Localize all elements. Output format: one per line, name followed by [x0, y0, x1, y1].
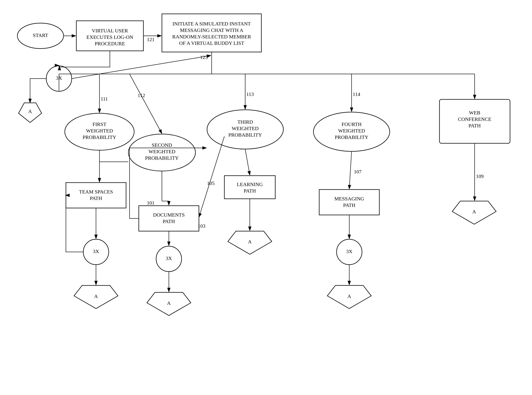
connector-a-docs-label: A: [167, 300, 171, 306]
second-w-l3: PROBABILITY: [145, 155, 179, 161]
im-chat-label3: RANDOMLY-SELECTED MEMBER: [172, 34, 251, 39]
learn-path-l2: PATH: [244, 188, 256, 194]
third-w-l3: PROBABILITY: [228, 132, 262, 138]
third-w-l2: WEIGHTED: [232, 126, 259, 131]
ref-107: 107: [354, 169, 362, 175]
arrow-to-docs-105: [199, 136, 224, 217]
second-w-l2: WEIGHTED: [149, 149, 175, 154]
docs-path-l1: DOCUMENTS: [153, 212, 185, 218]
msg-path-l2: PATH: [343, 202, 356, 208]
web-conf-l3: PATH: [469, 123, 481, 128]
flowchart-diagram: START VIRTUAL USER EXECUTES LOG-ON PROCE…: [0, 0, 532, 395]
arrow-3x-to-a-left: [30, 79, 46, 103]
logon-label2: EXECUTES LOG-ON: [86, 34, 133, 40]
ref-121: 121: [147, 37, 155, 42]
ref-101: 101: [147, 200, 155, 206]
loop-3x-docs-label: 3X: [166, 255, 172, 261]
first-w-l3: PROBABILITY: [83, 134, 116, 140]
msg-path-l1: MESSAGING: [335, 196, 364, 202]
arrow-path-to-3x: [59, 51, 110, 67]
im-chat-label1: INITIATE A SIMULATED INSTANT: [173, 21, 251, 27]
ref-111: 111: [101, 96, 108, 102]
ref-123: 123: [200, 54, 208, 60]
third-w-l1: THIRD: [237, 119, 253, 125]
arrow-fourth-to-messaging: [349, 151, 352, 189]
start-label: START: [33, 32, 48, 38]
arrow-to-second-weighted: [129, 74, 162, 134]
ref-109: 109: [476, 173, 484, 179]
logon-label3: PROCEDURE: [95, 41, 125, 46]
docs-path-l2: PATH: [163, 218, 175, 224]
ref-105: 105: [207, 180, 215, 186]
loop-3x-team-label: 3X: [93, 248, 99, 254]
arrow-logon-3x-path: [59, 51, 110, 67]
ref-103: 103: [198, 223, 205, 229]
ref-113: 113: [246, 91, 254, 97]
web-conf-l1: WEB: [469, 110, 480, 115]
connector-a-left-label: A: [28, 108, 32, 114]
first-w-l1: FIRST: [93, 121, 106, 127]
logon-label: VIRTUAL USER: [92, 28, 128, 33]
connector-a-msg-label: A: [347, 293, 351, 299]
im-chat-label4: OF A VIRTUAL BUDDY LIST: [179, 40, 244, 46]
ref-112: 112: [138, 93, 145, 98]
connector-a-team-label: A: [94, 293, 98, 299]
connector-a-web-label: A: [472, 209, 476, 214]
connector-a-learn-label: A: [248, 239, 252, 245]
team-spaces-l2: PATH: [90, 195, 102, 201]
fourth-w-l1: FOURTH: [342, 121, 362, 127]
team-spaces-l1: TEAM SPACES: [79, 189, 113, 195]
second-w-l1: SECOND: [152, 142, 172, 148]
loop-3x-msg-label: 3X: [346, 248, 353, 254]
ref-114: 114: [353, 91, 360, 97]
arrow-third-to-learning: [245, 149, 250, 175]
first-w-l2: WEIGHTED: [86, 128, 113, 134]
im-chat-label2: MESSAGING CHAT WITH A: [180, 27, 243, 33]
web-conf-l2: CONFERENCE: [458, 116, 491, 122]
fourth-w-l3: PROBABILITY: [335, 134, 369, 140]
learn-path-l1: LEARNING: [237, 181, 263, 187]
fourth-w-l2: WEIGHTED: [338, 128, 365, 134]
